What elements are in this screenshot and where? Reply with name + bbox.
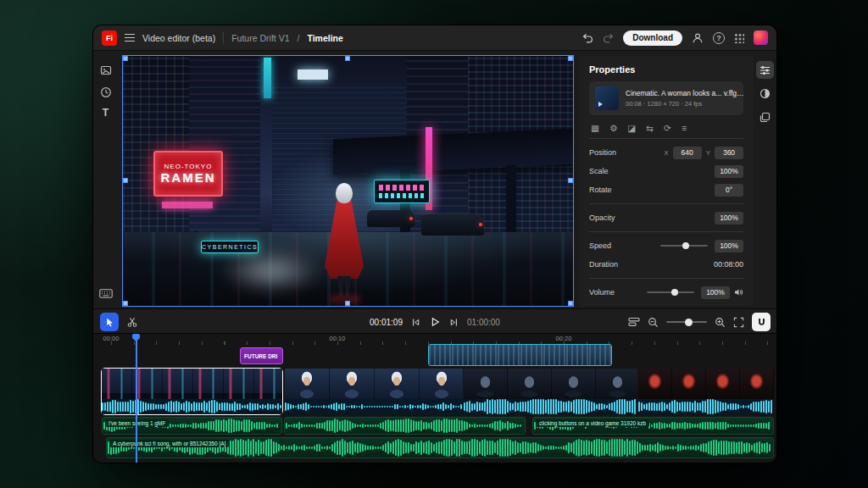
speed-label: Speed [589,241,611,250]
y-axis-label: Y [706,149,710,157]
breadcrumb-project[interactable]: Future Drift V1 [231,33,289,43]
video-clip-mech[interactable] [464,369,637,414]
audio-clip-3[interactable]: clicking buttons on a video game 31920 k… [532,417,774,435]
selection-handle[interactable] [123,178,128,183]
firefly-app-icon[interactable] [754,30,768,45]
text-clip-future-drift[interactable]: FUTURE DRI [240,347,283,364]
position-row: Position X 640 Y 360 [589,143,743,162]
right-toolbar [754,56,776,306]
text-icon[interactable]: T [98,105,113,119]
speaker-icon[interactable] [734,288,743,297]
transport-bar: 00:01:09 01:00:00 [93,308,776,334]
mask-icon[interactable]: ◪ [627,123,636,133]
selection-handle[interactable] [345,301,350,306]
video-preview-canvas[interactable]: NEO-TOKYO RAMEN CYBERNETICS [123,56,573,306]
ramen-sign-main-text: RAMEN [161,170,216,185]
fit-timeline-icon[interactable] [733,317,744,328]
selection-handle[interactable] [123,56,128,61]
preview-frame: NEO-TOKYO RAMEN CYBERNETICS [123,56,573,306]
breadcrumb-separator: / [297,33,299,43]
rotate-label: Rotate [589,186,612,194]
settings-icon[interactable]: ⚙ [609,123,617,133]
media-icon[interactable] [98,63,113,77]
undo-button[interactable] [582,33,593,43]
zoom-out-icon[interactable] [648,317,659,328]
timeline-zoom-slider[interactable] [666,321,707,323]
clip-name: Cinematic. A woman looks a... v.ffgenvid [626,89,746,97]
divider [589,278,743,279]
rotate-input[interactable]: 0° [715,184,743,197]
volume-label: Volume [589,288,615,297]
total-duration: 01:00:00 [467,318,500,327]
download-button[interactable]: Download [623,30,682,46]
scene-steam [221,249,321,293]
distribute-icon[interactable]: ≡ [682,123,687,133]
crop-icon[interactable]: ▦ [591,123,599,133]
filmstrip [285,369,463,399]
position-x-input[interactable]: 640 [673,147,702,159]
app-title: Video editor (beta) [142,33,215,43]
selected-clip-card[interactable]: Cinematic. A woman looks a... v.ffgenvid… [589,81,743,115]
clock-icon[interactable] [98,85,113,99]
zoom-in-icon[interactable] [715,317,726,328]
video-clip-woman[interactable] [285,369,463,414]
audio-clip-1[interactable]: I've been seeing 1 gMF [102,417,282,435]
keyboard-shortcuts-icon[interactable] [98,286,113,301]
position-y-input[interactable]: 360 [715,147,743,159]
ramen-neon-sign: NEO-TOKYO RAMEN [153,151,223,197]
ramen-sign-top-text: NEO-TOKYO [164,163,213,170]
volume-slider[interactable] [647,291,694,293]
silver-hair [336,183,353,203]
volume-row: Volume 100% [589,283,743,302]
desktop-background: Fi Video editor (beta) Future Drift V1 /… [0,0,868,488]
adjustments-icon[interactable] [756,85,774,103]
reset-icon[interactable]: ⟳ [664,123,671,133]
audio-clip-2[interactable] [284,417,526,435]
properties-panel-icon[interactable] [756,61,774,79]
previous-frame-button[interactable] [410,317,421,328]
opacity-input[interactable]: 100% [715,212,743,225]
play-button[interactable] [429,316,441,328]
scene-caped-woman [323,183,365,298]
firefly-logo[interactable]: Fi [102,30,117,46]
scale-input[interactable]: 100% [715,165,743,178]
position-label: Position [589,148,616,157]
timeline[interactable]: 00:00 00:10 00:20 00:30 FUTURE DRI [93,334,776,463]
next-frame-button[interactable] [448,317,459,328]
divider [589,138,743,139]
scene-car [421,214,484,236]
help-icon[interactable]: ? [713,32,725,44]
track-options-icon[interactable] [628,317,640,327]
snap-magnet-toggle[interactable] [752,313,771,331]
video-clip-red-robot[interactable] [638,369,774,414]
speed-input[interactable]: 100% [715,240,743,252]
video-clip-selected[interactable] [102,369,282,414]
clip-audio-waveform [102,399,282,414]
selection-handle[interactable] [568,178,573,183]
redo-button[interactable] [603,33,614,43]
divider [589,203,743,204]
apps-grid-icon[interactable] [734,33,744,43]
properties-title: Properties [589,64,743,75]
flip-icon[interactable]: ⇆ [646,123,654,133]
duration-row: Duration 00:08:00 [589,255,743,274]
left-toolbar: T [93,51,118,308]
audio-clip-label: clicking buttons on a video game 31920 k… [536,419,649,427]
hamburger-menu-icon[interactable] [125,34,135,42]
selection-handle[interactable] [568,301,573,306]
account-icon[interactable] [692,32,704,44]
selection-handle[interactable] [123,301,128,306]
layers-icon[interactable] [756,108,774,126]
playhead[interactable] [136,334,137,463]
volume-input[interactable]: 100% [701,286,730,299]
red-cape [325,199,364,279]
speed-slider[interactable] [660,245,708,247]
breadcrumb-page: Timeline [307,33,342,43]
overlay-video-clip[interactable] [428,344,612,366]
divider [589,231,743,232]
neon-sign-cyan-right [374,180,430,203]
selection-handle[interactable] [345,56,350,61]
music-clip[interactable]: A cyberpunk sci fi song, with or 8512423… [106,437,774,458]
selection-handle[interactable] [568,56,573,61]
x-axis-label: X [664,149,668,157]
